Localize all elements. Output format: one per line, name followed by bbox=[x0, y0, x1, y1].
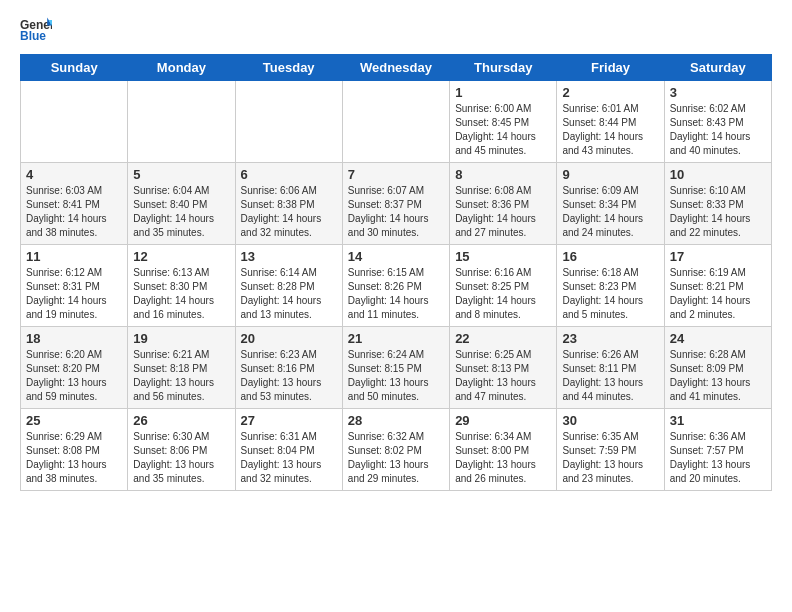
calendar-cell: 6Sunrise: 6:06 AM Sunset: 8:38 PM Daylig… bbox=[235, 163, 342, 245]
cell-info: Sunrise: 6:06 AM Sunset: 8:38 PM Dayligh… bbox=[241, 184, 337, 240]
cell-info: Sunrise: 6:25 AM Sunset: 8:13 PM Dayligh… bbox=[455, 348, 551, 404]
week-row-2: 4Sunrise: 6:03 AM Sunset: 8:41 PM Daylig… bbox=[21, 163, 772, 245]
cell-info: Sunrise: 6:23 AM Sunset: 8:16 PM Dayligh… bbox=[241, 348, 337, 404]
calendar-cell: 11Sunrise: 6:12 AM Sunset: 8:31 PM Dayli… bbox=[21, 245, 128, 327]
calendar-cell: 12Sunrise: 6:13 AM Sunset: 8:30 PM Dayli… bbox=[128, 245, 235, 327]
header: General Blue bbox=[20, 16, 772, 44]
day-number: 6 bbox=[241, 167, 337, 182]
cell-info: Sunrise: 6:21 AM Sunset: 8:18 PM Dayligh… bbox=[133, 348, 229, 404]
calendar-cell: 3Sunrise: 6:02 AM Sunset: 8:43 PM Daylig… bbox=[664, 81, 771, 163]
cell-info: Sunrise: 6:18 AM Sunset: 8:23 PM Dayligh… bbox=[562, 266, 658, 322]
cell-info: Sunrise: 6:31 AM Sunset: 8:04 PM Dayligh… bbox=[241, 430, 337, 486]
svg-text:Blue: Blue bbox=[20, 29, 46, 43]
calendar-cell: 23Sunrise: 6:26 AM Sunset: 8:11 PM Dayli… bbox=[557, 327, 664, 409]
calendar-cell: 1Sunrise: 6:00 AM Sunset: 8:45 PM Daylig… bbox=[450, 81, 557, 163]
week-row-5: 25Sunrise: 6:29 AM Sunset: 8:08 PM Dayli… bbox=[21, 409, 772, 491]
cell-info: Sunrise: 6:15 AM Sunset: 8:26 PM Dayligh… bbox=[348, 266, 444, 322]
cell-info: Sunrise: 6:08 AM Sunset: 8:36 PM Dayligh… bbox=[455, 184, 551, 240]
calendar-cell: 14Sunrise: 6:15 AM Sunset: 8:26 PM Dayli… bbox=[342, 245, 449, 327]
calendar-cell: 25Sunrise: 6:29 AM Sunset: 8:08 PM Dayli… bbox=[21, 409, 128, 491]
calendar-cell: 31Sunrise: 6:36 AM Sunset: 7:57 PM Dayli… bbox=[664, 409, 771, 491]
cell-info: Sunrise: 6:35 AM Sunset: 7:59 PM Dayligh… bbox=[562, 430, 658, 486]
day-number: 17 bbox=[670, 249, 766, 264]
calendar-cell: 29Sunrise: 6:34 AM Sunset: 8:00 PM Dayli… bbox=[450, 409, 557, 491]
week-row-4: 18Sunrise: 6:20 AM Sunset: 8:20 PM Dayli… bbox=[21, 327, 772, 409]
calendar-cell bbox=[21, 81, 128, 163]
day-number: 25 bbox=[26, 413, 122, 428]
day-of-week-monday: Monday bbox=[128, 55, 235, 81]
calendar-cell: 5Sunrise: 6:04 AM Sunset: 8:40 PM Daylig… bbox=[128, 163, 235, 245]
page: General Blue SundayMondayTuesdayWednesda… bbox=[0, 0, 792, 507]
day-number: 20 bbox=[241, 331, 337, 346]
calendar-cell: 28Sunrise: 6:32 AM Sunset: 8:02 PM Dayli… bbox=[342, 409, 449, 491]
logo: General Blue bbox=[20, 16, 52, 44]
day-number: 31 bbox=[670, 413, 766, 428]
day-number: 12 bbox=[133, 249, 229, 264]
calendar-cell: 18Sunrise: 6:20 AM Sunset: 8:20 PM Dayli… bbox=[21, 327, 128, 409]
day-of-week-friday: Friday bbox=[557, 55, 664, 81]
cell-info: Sunrise: 6:12 AM Sunset: 8:31 PM Dayligh… bbox=[26, 266, 122, 322]
cell-info: Sunrise: 6:02 AM Sunset: 8:43 PM Dayligh… bbox=[670, 102, 766, 158]
calendar-cell: 26Sunrise: 6:30 AM Sunset: 8:06 PM Dayli… bbox=[128, 409, 235, 491]
day-number: 29 bbox=[455, 413, 551, 428]
day-number: 28 bbox=[348, 413, 444, 428]
calendar-cell: 9Sunrise: 6:09 AM Sunset: 8:34 PM Daylig… bbox=[557, 163, 664, 245]
calendar-cell: 13Sunrise: 6:14 AM Sunset: 8:28 PM Dayli… bbox=[235, 245, 342, 327]
calendar-cell bbox=[128, 81, 235, 163]
day-number: 30 bbox=[562, 413, 658, 428]
day-number: 19 bbox=[133, 331, 229, 346]
day-number: 3 bbox=[670, 85, 766, 100]
calendar-cell bbox=[235, 81, 342, 163]
day-number: 2 bbox=[562, 85, 658, 100]
cell-info: Sunrise: 6:19 AM Sunset: 8:21 PM Dayligh… bbox=[670, 266, 766, 322]
day-number: 24 bbox=[670, 331, 766, 346]
calendar-cell: 4Sunrise: 6:03 AM Sunset: 8:41 PM Daylig… bbox=[21, 163, 128, 245]
logo-icon: General Blue bbox=[20, 16, 52, 44]
cell-info: Sunrise: 6:10 AM Sunset: 8:33 PM Dayligh… bbox=[670, 184, 766, 240]
day-number: 4 bbox=[26, 167, 122, 182]
cell-info: Sunrise: 6:36 AM Sunset: 7:57 PM Dayligh… bbox=[670, 430, 766, 486]
cell-info: Sunrise: 6:20 AM Sunset: 8:20 PM Dayligh… bbox=[26, 348, 122, 404]
day-of-week-thursday: Thursday bbox=[450, 55, 557, 81]
cell-info: Sunrise: 6:03 AM Sunset: 8:41 PM Dayligh… bbox=[26, 184, 122, 240]
days-header-row: SundayMondayTuesdayWednesdayThursdayFrid… bbox=[21, 55, 772, 81]
cell-info: Sunrise: 6:00 AM Sunset: 8:45 PM Dayligh… bbox=[455, 102, 551, 158]
day-number: 11 bbox=[26, 249, 122, 264]
cell-info: Sunrise: 6:29 AM Sunset: 8:08 PM Dayligh… bbox=[26, 430, 122, 486]
calendar-cell: 7Sunrise: 6:07 AM Sunset: 8:37 PM Daylig… bbox=[342, 163, 449, 245]
cell-info: Sunrise: 6:28 AM Sunset: 8:09 PM Dayligh… bbox=[670, 348, 766, 404]
cell-info: Sunrise: 6:13 AM Sunset: 8:30 PM Dayligh… bbox=[133, 266, 229, 322]
day-number: 21 bbox=[348, 331, 444, 346]
day-number: 15 bbox=[455, 249, 551, 264]
calendar-table: SundayMondayTuesdayWednesdayThursdayFrid… bbox=[20, 54, 772, 491]
calendar-cell: 10Sunrise: 6:10 AM Sunset: 8:33 PM Dayli… bbox=[664, 163, 771, 245]
calendar-cell: 20Sunrise: 6:23 AM Sunset: 8:16 PM Dayli… bbox=[235, 327, 342, 409]
cell-info: Sunrise: 6:14 AM Sunset: 8:28 PM Dayligh… bbox=[241, 266, 337, 322]
calendar-cell: 22Sunrise: 6:25 AM Sunset: 8:13 PM Dayli… bbox=[450, 327, 557, 409]
calendar-cell: 21Sunrise: 6:24 AM Sunset: 8:15 PM Dayli… bbox=[342, 327, 449, 409]
cell-info: Sunrise: 6:34 AM Sunset: 8:00 PM Dayligh… bbox=[455, 430, 551, 486]
week-row-1: 1Sunrise: 6:00 AM Sunset: 8:45 PM Daylig… bbox=[21, 81, 772, 163]
calendar-cell: 27Sunrise: 6:31 AM Sunset: 8:04 PM Dayli… bbox=[235, 409, 342, 491]
day-number: 23 bbox=[562, 331, 658, 346]
calendar-cell bbox=[342, 81, 449, 163]
cell-info: Sunrise: 6:24 AM Sunset: 8:15 PM Dayligh… bbox=[348, 348, 444, 404]
cell-info: Sunrise: 6:04 AM Sunset: 8:40 PM Dayligh… bbox=[133, 184, 229, 240]
cell-info: Sunrise: 6:30 AM Sunset: 8:06 PM Dayligh… bbox=[133, 430, 229, 486]
calendar-cell: 8Sunrise: 6:08 AM Sunset: 8:36 PM Daylig… bbox=[450, 163, 557, 245]
cell-info: Sunrise: 6:01 AM Sunset: 8:44 PM Dayligh… bbox=[562, 102, 658, 158]
day-number: 22 bbox=[455, 331, 551, 346]
day-number: 16 bbox=[562, 249, 658, 264]
day-number: 13 bbox=[241, 249, 337, 264]
cell-info: Sunrise: 6:16 AM Sunset: 8:25 PM Dayligh… bbox=[455, 266, 551, 322]
calendar-cell: 16Sunrise: 6:18 AM Sunset: 8:23 PM Dayli… bbox=[557, 245, 664, 327]
week-row-3: 11Sunrise: 6:12 AM Sunset: 8:31 PM Dayli… bbox=[21, 245, 772, 327]
day-number: 8 bbox=[455, 167, 551, 182]
calendar-cell: 30Sunrise: 6:35 AM Sunset: 7:59 PM Dayli… bbox=[557, 409, 664, 491]
day-of-week-saturday: Saturday bbox=[664, 55, 771, 81]
day-of-week-tuesday: Tuesday bbox=[235, 55, 342, 81]
cell-info: Sunrise: 6:07 AM Sunset: 8:37 PM Dayligh… bbox=[348, 184, 444, 240]
cell-info: Sunrise: 6:09 AM Sunset: 8:34 PM Dayligh… bbox=[562, 184, 658, 240]
calendar-cell: 15Sunrise: 6:16 AM Sunset: 8:25 PM Dayli… bbox=[450, 245, 557, 327]
day-number: 1 bbox=[455, 85, 551, 100]
